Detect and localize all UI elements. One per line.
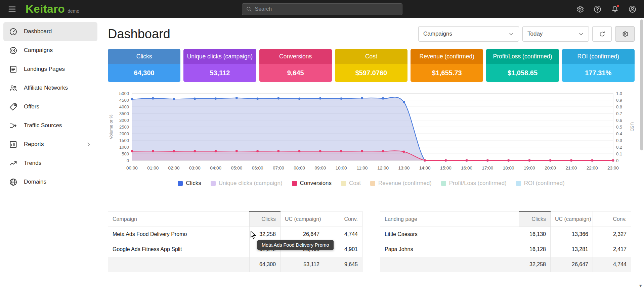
table-row[interactable]: Little Caesars16,13013,3662,327 — [380, 227, 631, 242]
help-icon[interactable] — [593, 5, 602, 13]
row-value-cell: 4,744 — [324, 227, 362, 242]
affiliates-icon — [9, 84, 18, 93]
row-label-cell[interactable]: Little Caesars — [380, 227, 519, 242]
row-label-cell[interactable]: Meta Ads Food Delivery Promo — [108, 227, 250, 242]
row-value-cell: 13,281 — [551, 242, 593, 257]
svg-text:2500: 2500 — [119, 125, 129, 130]
metric-label: Clicks — [108, 49, 180, 64]
sidebar-item-trends[interactable]: Trends — [3, 154, 97, 173]
svg-text:23:00: 23:00 — [607, 165, 619, 171]
account-icon[interactable] — [628, 5, 637, 13]
app-logo[interactable]: Keitaro demo — [26, 3, 79, 15]
sidebar-item-affiliate-networks[interactable]: Affiliate Networks — [3, 79, 97, 97]
svg-text:USD: USD — [630, 122, 635, 131]
legend-item-roi-confirmed[interactable]: ROI (confirmed) — [516, 180, 565, 187]
tables-row: CampaignClicksUC (campaign)Conv.Meta Ads… — [108, 211, 635, 272]
scrollbar-thumb[interactable] — [640, 19, 643, 150]
total-cell — [108, 257, 250, 272]
column-header-landing-page[interactable]: Landing page — [380, 211, 519, 227]
column-header-clicks[interactable]: Clicks — [250, 211, 281, 227]
svg-text:0.5: 0.5 — [616, 125, 622, 130]
svg-text:1000: 1000 — [119, 145, 129, 150]
row-value-cell: 2,327 — [593, 227, 631, 242]
table-row[interactable]: Papa Johns16,12813,2812,417 — [380, 242, 631, 257]
svg-text:3500: 3500 — [119, 111, 129, 116]
metric-card-unique-clicks-campaign[interactable]: Unique clicks (campaign)53,112 — [183, 49, 256, 82]
legend-label: ROI (confirmed) — [524, 180, 565, 187]
settings-icon[interactable] — [576, 5, 584, 13]
traffic-icon — [9, 121, 18, 130]
refresh-icon — [599, 31, 606, 38]
legend-label: Revenue (confirmed) — [378, 180, 432, 187]
metric-card-cost[interactable]: Cost$597.0760 — [335, 49, 407, 82]
topbar: Keitaro demo — [0, 0, 644, 18]
reports-icon — [9, 140, 18, 149]
metric-value: $597.0760 — [335, 64, 407, 82]
traffic-chart[interactable]: 0500100015002000250030003500400045005000… — [108, 90, 635, 173]
sidebar-item-label: Offers — [24, 103, 39, 110]
metric-card-clicks[interactable]: Clicks64,300 — [108, 49, 180, 82]
column-header-campaign[interactable]: Campaign — [108, 211, 250, 227]
metric-value: 177.31% — [562, 64, 635, 82]
row-label-cell[interactable]: Google Ads Fitness App Split — [108, 242, 250, 257]
refresh-button[interactable] — [592, 26, 612, 42]
row-value-cell: 16,128 — [519, 242, 551, 257]
column-header-uc-campaign[interactable]: UC (campaign) — [551, 211, 593, 227]
metric-card-conversions[interactable]: Conversions9,645 — [259, 49, 332, 82]
legend-item-unique-clicks-campaign[interactable]: Unique clicks (campaign) — [211, 180, 283, 187]
svg-text:09:00: 09:00 — [314, 165, 326, 171]
sidebar-item-label: Dashboard — [24, 28, 52, 35]
column-header-conv[interactable]: Conv. — [324, 211, 362, 227]
total-cell: 53,112 — [281, 257, 324, 272]
sidebar-item-reports[interactable]: Reports — [3, 135, 97, 154]
svg-text:Volume or %: Volume or % — [109, 114, 114, 139]
metric-value: 53,112 — [183, 64, 256, 82]
dashboard-settings-button[interactable] — [615, 26, 635, 42]
sidebar-item-campaigns[interactable]: Campaigns — [3, 41, 97, 60]
legend-swatch — [516, 181, 521, 186]
scroll-down-arrow[interactable]: ▼ — [638, 283, 643, 288]
notifications-bell-icon[interactable] — [611, 5, 619, 13]
svg-text:0.7: 0.7 — [616, 111, 622, 116]
svg-text:0.2: 0.2 — [616, 145, 622, 150]
svg-text:19:00: 19:00 — [524, 165, 535, 171]
metric-card-profit-loss-confirmed[interactable]: Profit/Loss (confirmed)$1,058.65 — [486, 49, 559, 82]
column-header-conv[interactable]: Conv. — [593, 211, 631, 227]
search-input[interactable] — [255, 6, 398, 12]
legend-swatch — [292, 181, 297, 186]
legend-item-cost[interactable]: Cost — [341, 180, 361, 187]
menu-icon[interactable] — [7, 4, 17, 14]
sidebar-item-label: Trends — [24, 160, 41, 166]
column-header-clicks[interactable]: Clicks — [519, 211, 551, 227]
sidebar-item-traffic-sources[interactable]: Traffic Sources — [3, 116, 97, 135]
metric-card-revenue-confirmed[interactable]: Revenue (confirmed)$1,655.73 — [411, 49, 483, 82]
svg-text:500: 500 — [122, 151, 129, 156]
metric-card-roi-confirmed[interactable]: ROI (confirmed)177.31% — [562, 49, 635, 82]
svg-text:06:00: 06:00 — [252, 165, 263, 171]
sidebar-item-domains[interactable]: Domains — [3, 173, 97, 191]
column-header-uc-campaign[interactable]: UC (campaign) — [281, 211, 324, 227]
legend-item-revenue-confirmed[interactable]: Revenue (confirmed) — [370, 180, 432, 187]
svg-text:21:00: 21:00 — [566, 165, 577, 171]
sidebar-item-offers[interactable]: Offers — [3, 97, 97, 116]
legend-item-profit-loss-confirmed[interactable]: Profit/Loss (confirmed) — [441, 180, 507, 187]
date-range-select[interactable]: Today — [522, 26, 589, 42]
svg-text:13:00: 13:00 — [398, 165, 410, 171]
table-row[interactable]: Meta Ads Food Delivery Promo32,25826,647… — [108, 227, 362, 242]
grouping-select[interactable]: Campaigns — [418, 26, 519, 42]
main-header: Dashboard Campaigns Today — [108, 26, 635, 42]
metric-value: 64,300 — [108, 64, 180, 82]
sidebar-item-landings-pages[interactable]: Landings Pages — [3, 60, 97, 79]
landings-icon — [9, 65, 18, 74]
legend-item-clicks[interactable]: Clicks — [178, 180, 201, 187]
sidebar-item-dashboard[interactable]: Dashboard — [3, 22, 97, 41]
total-cell: 64,300 — [250, 257, 281, 272]
row-label-cell[interactable]: Papa Johns — [380, 242, 519, 257]
total-cell: 9,645 — [324, 257, 362, 272]
legend-label: Clicks — [186, 180, 201, 187]
legend-item-conversions[interactable]: Conversions — [292, 180, 332, 187]
chart-legend: ClicksUnique clicks (campaign)Conversion… — [108, 180, 635, 187]
offers-icon — [9, 102, 18, 111]
svg-text:04:00: 04:00 — [210, 165, 221, 171]
svg-text:0.1: 0.1 — [616, 151, 622, 156]
